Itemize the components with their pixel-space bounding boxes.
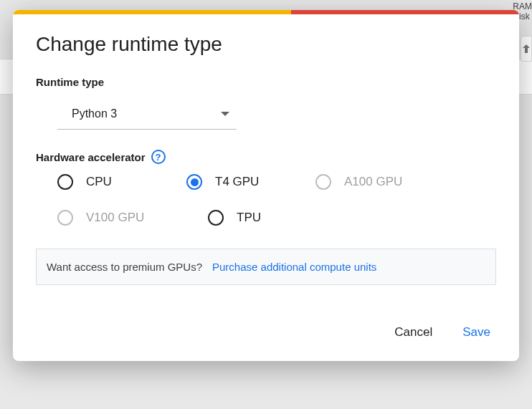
accelerator-radio-tpu[interactable]: TPU [208, 210, 315, 226]
dialog-title: Change runtime type [36, 33, 496, 56]
premium-gpu-promo: Want access to premium GPUs? Purchase ad… [36, 249, 496, 285]
radio-icon [208, 210, 224, 226]
cancel-button[interactable]: Cancel [391, 321, 435, 344]
upload-icon[interactable] [521, 36, 532, 62]
chevron-down-icon [221, 112, 229, 116]
radio-label: CPU [86, 175, 112, 189]
radio-icon [57, 210, 73, 226]
accelerator-radio-t4[interactable]: T4 GPU [186, 174, 294, 190]
save-button[interactable]: Save [460, 321, 493, 344]
radio-label: A100 GPU [344, 175, 402, 189]
accelerator-radio-v100: V100 GPU [57, 210, 186, 226]
radio-label: TPU [237, 211, 261, 225]
change-runtime-dialog: Change runtime type Runtime type Python … [13, 10, 519, 361]
purchase-units-link[interactable]: Purchase additional compute units [212, 261, 376, 273]
accelerator-radio-a100: A100 GPU [315, 174, 423, 190]
accelerator-label: Hardware accelerator ? [36, 150, 496, 164]
radio-icon [186, 174, 202, 190]
runtime-type-select[interactable]: Python 3 [57, 98, 237, 130]
radio-icon [57, 174, 73, 190]
accelerator-radio-cpu[interactable]: CPU [57, 174, 165, 190]
help-icon[interactable]: ? [151, 150, 166, 164]
radio-label: T4 GPU [215, 175, 259, 189]
promo-text: Want access to premium GPUs? [47, 261, 202, 273]
radio-label: V100 GPU [86, 211, 144, 225]
runtime-type-label: Runtime type [36, 76, 496, 88]
runtime-type-value: Python 3 [72, 107, 117, 120]
radio-icon [315, 174, 331, 190]
